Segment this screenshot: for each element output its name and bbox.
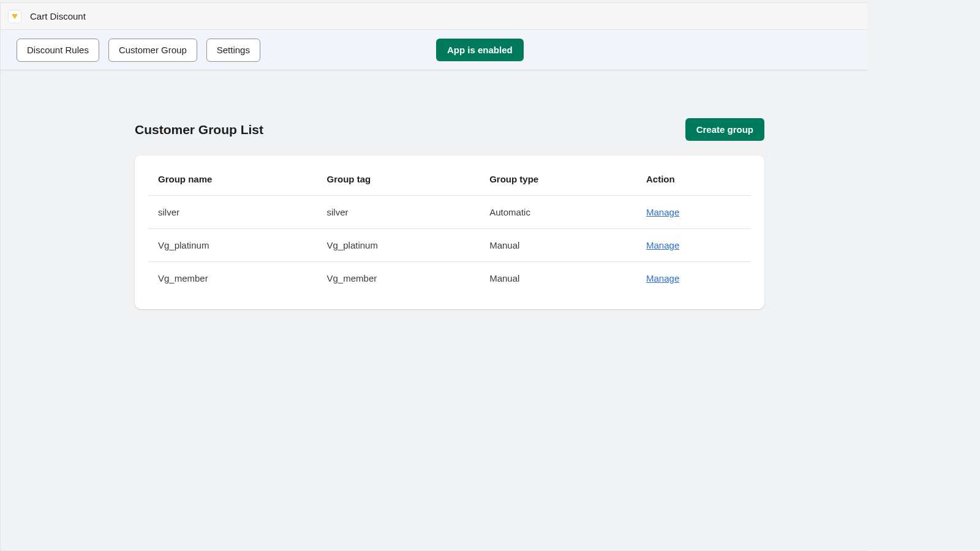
cell-action: Manage (636, 262, 751, 295)
group-list-card: Group name Group tag Group type Action s… (135, 156, 764, 309)
cell-group-type: Automatic (480, 196, 636, 229)
main-content: Customer Group List Create group Group n… (1, 70, 867, 309)
create-group-button[interactable]: Create group (685, 118, 764, 141)
page-title: Customer Group List (135, 122, 263, 137)
page-header: Customer Group List Create group (135, 118, 764, 141)
table-row: Vg_memberVg_memberManualManage (148, 262, 751, 295)
cell-action: Manage (636, 229, 751, 262)
col-header-action: Action (636, 163, 751, 196)
cell-group-tag: Vg_member (317, 262, 480, 295)
app-status-pill[interactable]: App is enabled (436, 39, 524, 61)
table-header-row: Group name Group tag Group type Action (148, 163, 751, 196)
app-header-bar: Cart Discount (1, 3, 867, 30)
cell-group-tag: silver (317, 196, 480, 229)
tab-discount-rules[interactable]: Discount Rules (17, 39, 99, 62)
manage-link[interactable]: Manage (646, 207, 679, 217)
group-table: Group name Group tag Group type Action s… (148, 163, 751, 294)
col-header-tag: Group tag (317, 163, 480, 196)
table-row: Vg_platinumVg_platinumManualManage (148, 229, 751, 262)
cell-group-tag: Vg_platinum (317, 229, 480, 262)
manage-link[interactable]: Manage (646, 240, 679, 250)
tab-customer-group[interactable]: Customer Group (108, 39, 197, 62)
app-title: Cart Discount (30, 11, 86, 21)
table-row: silversilverAutomaticManage (148, 196, 751, 229)
cell-action: Manage (636, 196, 751, 229)
manage-link[interactable]: Manage (646, 273, 679, 283)
cell-group-type: Manual (480, 229, 636, 262)
col-header-name: Group name (148, 163, 317, 196)
col-header-type: Group type (480, 163, 636, 196)
cell-group-type: Manual (480, 262, 636, 295)
toolbar: Discount Rules Customer Group Settings A… (1, 30, 867, 70)
cell-group-name: silver (148, 196, 317, 229)
cell-group-name: Vg_member (148, 262, 317, 295)
app-logo-icon (8, 10, 21, 23)
cell-group-name: Vg_platinum (148, 229, 317, 262)
tab-settings[interactable]: Settings (206, 39, 260, 62)
